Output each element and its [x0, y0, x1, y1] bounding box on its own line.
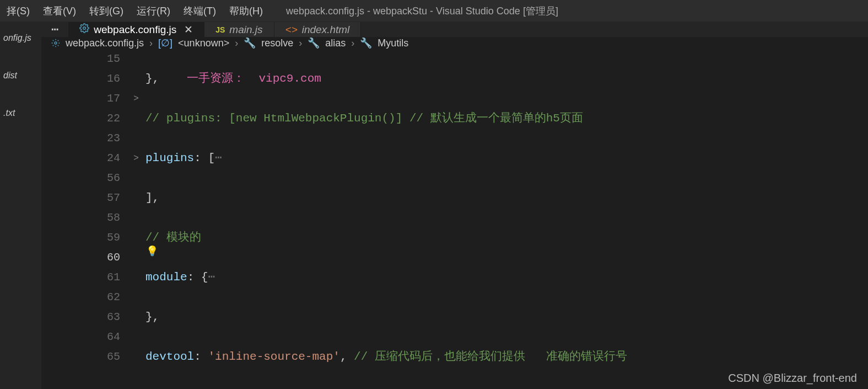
breadcrumb-item[interactable]: <unknown>: [178, 38, 229, 49]
code-content[interactable]: },一手资源： vipc9.com // plugins: [new HtmlW…: [145, 49, 868, 389]
fold-toggle[interactable]: >: [127, 89, 145, 109]
breadcrumb[interactable]: webpack.config.js › [∅] <unknown> › 🔧 re…: [41, 37, 868, 49]
tab-webpack-config[interactable]: webpack.config.js ✕: [68, 22, 204, 37]
sidebar-item[interactable]: onfig.js: [3, 33, 31, 43]
line-number-gutter: 15 16 17 22 23 24 56 57 58 59 60 61 62 6…: [41, 49, 127, 389]
breadcrumb-item[interactable]: Myutils: [378, 38, 408, 49]
wrench-icon: 🔧: [360, 37, 372, 49]
more-tabs-button[interactable]: ⋯: [41, 22, 68, 37]
gear-icon: [79, 23, 89, 36]
menu-bar: 择(S) 查看(V) 转到(G) 运行(R) 终端(T) 帮助(H) webpa…: [0, 0, 868, 22]
chevron-right-icon: ›: [235, 38, 238, 49]
tab-label: webpack.config.js: [94, 24, 176, 36]
menu-run[interactable]: 运行(R): [130, 4, 177, 18]
tab-label: main.js: [229, 24, 262, 36]
breadcrumb-item[interactable]: webpack.config.js: [66, 38, 144, 49]
sidebar-item[interactable]: .txt: [3, 108, 15, 118]
bracket-icon: [∅]: [158, 37, 172, 49]
svg-point-0: [83, 27, 86, 30]
menu-help[interactable]: 帮助(H): [223, 4, 269, 18]
window-title: webpack.config.js - webpackStu - Visual …: [269, 4, 558, 18]
gear-icon: [51, 39, 60, 47]
chevron-right-icon: ›: [299, 38, 302, 49]
tab-label: index.html: [302, 24, 350, 36]
tab-index-html[interactable]: <> index.html: [274, 22, 362, 37]
breadcrumb-item[interactable]: alias: [325, 38, 346, 49]
code-editor[interactable]: 15 16 17 22 23 24 56 57 58 59 60 61 62 6…: [41, 49, 868, 389]
menu-select[interactable]: 择(S): [0, 4, 36, 18]
html-icon: <>: [285, 24, 298, 36]
fold-toggle[interactable]: >: [127, 148, 145, 168]
breadcrumb-item[interactable]: resolve: [261, 38, 293, 49]
menu-view[interactable]: 查看(V): [36, 4, 83, 18]
wrench-icon: 🔧: [244, 37, 256, 49]
js-icon: JS: [215, 25, 225, 34]
chevron-right-icon: ›: [351, 38, 354, 49]
fold-gutter[interactable]: > >: [127, 49, 145, 389]
lightbulb-icon[interactable]: 💡: [146, 245, 158, 257]
chevron-right-icon: ›: [149, 38, 153, 49]
menu-terminal[interactable]: 终端(T): [177, 4, 223, 18]
close-icon[interactable]: ✕: [184, 23, 193, 36]
menu-go[interactable]: 转到(G): [83, 4, 130, 18]
explorer-sidebar: onfig.js dist .txt: [0, 22, 41, 389]
tab-main-js[interactable]: JS main.js: [204, 22, 274, 37]
sidebar-item[interactable]: dist: [3, 71, 17, 81]
wrench-icon: 🔧: [308, 37, 320, 49]
svg-point-1: [55, 42, 57, 44]
watermark: CSDN @Blizzar_front-end: [728, 372, 857, 385]
tab-bar: ⋯ webpack.config.js ✕ JS main.js <> inde…: [41, 22, 868, 37]
